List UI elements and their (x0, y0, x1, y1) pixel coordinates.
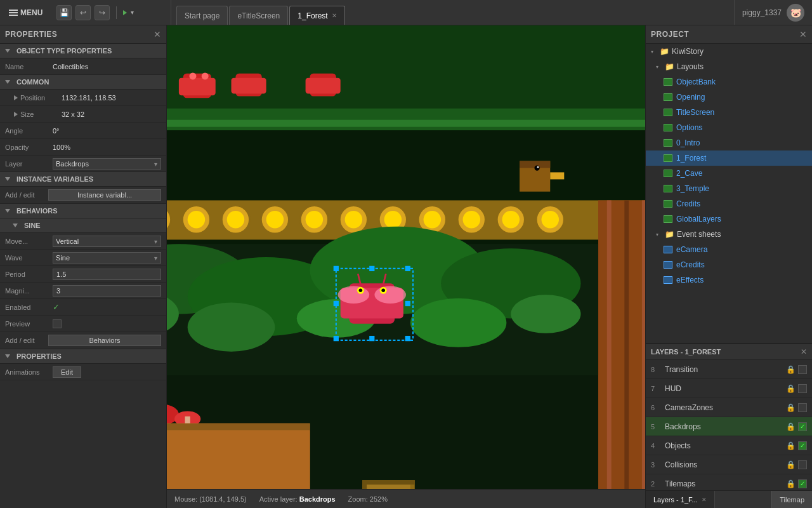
project-panel-close[interactable]: ✕ (799, 29, 807, 39)
tree-label-1forest: 1_Forest (676, 154, 706, 163)
tree-item-1forest[interactable]: 1_Forest (646, 150, 812, 166)
tree-label-globallayers: GlobalLayers (676, 215, 721, 224)
prop-move-select[interactable]: Vertical Horizontal (53, 236, 161, 247)
layer-row-8[interactable]: 8 Transition 🔒 (646, 360, 812, 379)
prop-move-select-wrap[interactable]: Vertical Horizontal (53, 236, 161, 247)
canvas-area[interactable]: Mouse: (1081.4, 149.5) Active layer: Bac… (167, 25, 645, 508)
layer-checkbox-8[interactable] (798, 365, 807, 374)
layer-row-3[interactable]: 3 Collisions 🔒 (646, 455, 812, 474)
tree-item-ecamera[interactable]: eCamera (646, 242, 812, 257)
user-avatar[interactable]: 🐷 (787, 4, 804, 22)
layer-checkbox-6[interactable] (798, 403, 807, 412)
layers-panel-header: LAYERS - 1_FOREST ✕ (646, 344, 812, 360)
svg-rect-51 (167, 431, 310, 489)
svg-rect-33 (624, 200, 629, 489)
prop-size-value: 32 x 32 (62, 110, 161, 118)
tree-item-3temple[interactable]: 3_Temple (646, 181, 812, 196)
layer-icons-5: 🔒 (786, 422, 807, 431)
prop-enabled-checkmark[interactable]: ✓ (53, 302, 60, 312)
prop-enabled-label: Enabled (5, 304, 53, 311)
section-props-sub-arrow (5, 354, 10, 358)
bottom-tab-layers[interactable]: Layers - 1_F... ✕ (646, 491, 715, 508)
menu-button[interactable]: MENU (5, 6, 46, 20)
layer-checkbox-7[interactable] (798, 384, 807, 393)
instance-var-btn[interactable]: Instance variabl... (48, 189, 161, 201)
tab-etitlescreen[interactable]: eTitleScreen (229, 6, 288, 25)
properties-panel-close[interactable]: ✕ (154, 29, 161, 39)
svg-rect-53 (367, 485, 410, 489)
add-edit-label: Add / edit (5, 191, 43, 199)
toolbar-separator (116, 6, 117, 19)
layer-lock-icon-7: 🔒 (786, 384, 796, 393)
tree-item-2cave[interactable]: 2_Cave (646, 166, 812, 181)
tree-event-sheets[interactable]: ▾ 📁 Event sheets (646, 227, 812, 242)
tree-item-ecredits[interactable]: eCredits (646, 257, 812, 272)
tree-kiwistory[interactable]: ▾ 📁 KiwiStory (646, 44, 812, 59)
tree-item-globallayers[interactable]: GlobalLayers (646, 211, 812, 227)
status-bar: Mouse: (1081.4, 149.5) Active layer: Bac… (167, 489, 645, 508)
prop-position-label: Position (20, 94, 45, 102)
tree-item-credits[interactable]: Credits (646, 196, 812, 211)
section-common[interactable]: COMMON (0, 75, 166, 90)
tree-label-ecredits: eCredits (676, 260, 705, 269)
prop-wave-select-wrap[interactable]: Sine Triangle (53, 252, 161, 264)
redo-button[interactable]: ↪ (95, 5, 110, 20)
tree-item-opening[interactable]: Opening (646, 90, 812, 105)
layer-row-5[interactable]: 5 Backdrops 🔒 (646, 417, 812, 436)
play-dropdown-button[interactable]: ▾ (131, 9, 134, 16)
prop-animations-edit-btn[interactable]: Edit (53, 366, 81, 378)
section-otp-title: OBJECT TYPE PROPERTIES (16, 47, 112, 55)
tree-item-options[interactable]: Options (646, 120, 812, 135)
tab-start-page[interactable]: Start page (176, 6, 228, 25)
prop-magni-input[interactable] (53, 285, 161, 297)
svg-point-28 (502, 211, 520, 229)
section-instance-variables[interactable]: INSTANCE VARIABLES (0, 172, 166, 187)
svg-point-78 (374, 286, 406, 304)
prop-wave-select[interactable]: Sine Triangle (53, 252, 161, 264)
properties-panel-header: PROPERTIES ✕ (0, 25, 166, 44)
prop-period-input[interactable] (53, 269, 161, 280)
size-arrow (14, 112, 18, 117)
tree-file-icon-credits (664, 200, 672, 208)
tab-1forest-close[interactable]: ✕ (332, 12, 337, 19)
layer-row-4[interactable]: 4 Objects 🔒 (646, 436, 812, 455)
prop-layer-select[interactable]: Backdrops Objects HUD (53, 158, 161, 170)
prop-wave-row: Wave Sine Triangle (0, 250, 166, 266)
section-properties-sub[interactable]: PROPERTIES (0, 349, 166, 364)
bottom-tabs: Layers - 1_F... ✕ Tilemap (646, 490, 812, 508)
layer-checkbox-4[interactable] (798, 441, 807, 450)
tree-item-0intro[interactable]: 0_Intro (646, 135, 812, 150)
svg-rect-86 (334, 266, 339, 271)
section-sine[interactable]: SINE (0, 218, 166, 233)
undo-button[interactable]: ↩ (75, 5, 91, 20)
tree-layouts[interactable]: ▾ 📁 Layouts (646, 59, 812, 74)
bottom-tab-layers-close[interactable]: ✕ (702, 497, 707, 503)
play-button[interactable] (123, 10, 127, 15)
tab-1forest[interactable]: 1_Forest ✕ (289, 6, 344, 25)
tree-file-icon-options (664, 124, 672, 131)
tree-item-eeffects[interactable]: eEffects (646, 272, 812, 288)
behaviors-edit-btn[interactable]: Behaviors (48, 335, 161, 346)
layer-lock-icon-8: 🔒 (786, 365, 796, 374)
layer-checkbox-5[interactable] (798, 422, 807, 431)
layer-checkbox-2[interactable] (798, 479, 807, 488)
layer-row-6[interactable]: 6 CameraZones 🔒 (646, 398, 812, 417)
layers-panel-close[interactable]: ✕ (801, 347, 807, 356)
tilemap-label: Tilemap (780, 496, 804, 504)
section-object-type-properties[interactable]: OBJECT TYPE PROPERTIES (0, 44, 166, 58)
tree-layouts-folder-icon: 📁 (665, 62, 674, 71)
layer-name-6: CameraZones (665, 403, 781, 412)
section-behaviors[interactable]: BEHAVIORS (0, 204, 166, 218)
tilemap-button[interactable]: Tilemap (771, 491, 812, 508)
prop-layer-select-wrap[interactable]: Backdrops Objects HUD (53, 158, 161, 170)
tree-item-titlescreen[interactable]: TitleScreen (646, 105, 812, 120)
prop-move-label: Move... (5, 237, 53, 245)
layer-row-7[interactable]: 7 HUD 🔒 (646, 379, 812, 398)
prop-preview-checkbox[interactable] (53, 319, 62, 328)
layer-row-2[interactable]: 2 Tilemaps 🔒 (646, 474, 812, 490)
tab-1forest-label: 1_Forest (298, 11, 327, 20)
tree-item-objectbank[interactable]: ObjectBank (646, 74, 812, 90)
prop-angle-value: 0° (53, 127, 161, 135)
layer-checkbox-3[interactable] (798, 460, 807, 469)
save-button[interactable]: 💾 (56, 5, 72, 20)
